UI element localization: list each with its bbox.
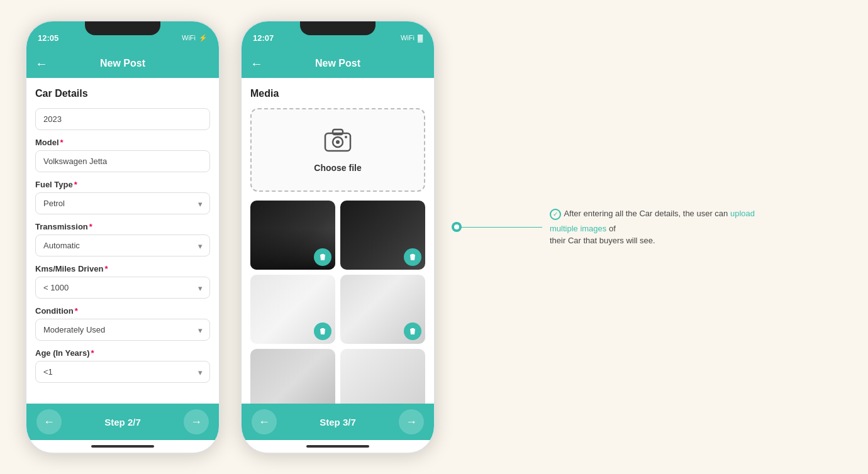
annotation-dot (453, 223, 460, 231)
age-label: Age (In Years)* (35, 348, 210, 358)
condition-select[interactable]: Moderately Used New Lightly Used Heavily… (35, 319, 210, 341)
delete-btn-3[interactable] (314, 322, 331, 340)
svg-point-2 (336, 140, 340, 144)
transmission-label: Transmission* (35, 222, 210, 231)
phone-2-content: Media Choose file (242, 78, 434, 404)
home-bar-2 (306, 445, 369, 448)
step-label-1: Step 2/7 (104, 417, 141, 427)
transmission-field: Transmission* Automatic Manual ▾ (35, 222, 210, 256)
phone-1-content: Car Details Model* Fuel Type* Petro (26, 78, 219, 404)
check-circle-icon: ✓ (550, 209, 561, 220)
age-select[interactable]: <1 1-3 3-5 5+ (35, 361, 210, 383)
section-title-2: Media (250, 88, 425, 99)
age-field: Age (In Years)* <1 1-3 3-5 5+ ▾ (35, 348, 210, 383)
notch-2 (300, 21, 376, 35)
next-button-1[interactable]: → (184, 409, 209, 434)
image-thumb-2 (340, 201, 425, 270)
section-title-1: Car Details (35, 88, 210, 99)
condition-field: Condition* Moderately Used New Lightly U… (35, 306, 210, 341)
annotation-check-row: ✓ (550, 209, 561, 220)
fuel-select[interactable]: Petrol Diesel Electric Hybrid (35, 192, 210, 214)
svg-rect-3 (333, 130, 343, 135)
fuel-label: Fuel Type* (35, 180, 210, 189)
home-bar-1 (91, 445, 154, 448)
condition-select-wrapper: Moderately Used New Lightly Used Heavily… (35, 319, 210, 341)
page-title-2: New Post (315, 58, 360, 69)
model-field: Model* (35, 138, 210, 172)
phone-2: 12:07 WiFi ▓ ← New Post Media (240, 20, 435, 454)
back-button-2[interactable]: ← (250, 57, 263, 71)
notch-1 (85, 21, 160, 35)
bottom-nav-2: ← Step 3/7 → (242, 404, 434, 440)
status-bar-1: 12:05 WiFi ⚡ (26, 21, 219, 49)
age-select-wrapper: <1 1-3 3-5 5+ ▾ (35, 361, 210, 383)
condition-label: Condition* (35, 306, 210, 316)
status-icons-1: WiFi ⚡ (182, 34, 208, 42)
upload-area[interactable]: Choose file (250, 108, 425, 192)
annotation-text-box: ✓ After entering all the Car details, th… (542, 207, 781, 247)
delete-btn-1[interactable] (314, 248, 331, 266)
camera-icon (324, 127, 352, 158)
choose-file-label: Choose file (314, 163, 361, 173)
transmission-select[interactable]: Automatic Manual (35, 234, 210, 256)
svg-point-4 (345, 136, 347, 138)
wifi-icon: WiFi (182, 34, 196, 41)
battery-icon: ⚡ (199, 34, 208, 42)
bottom-nav-1: ← Step 2/7 → (26, 404, 219, 440)
time-2: 12:07 (253, 33, 274, 43)
model-label: Model* (35, 138, 210, 147)
fuel-select-wrapper: Petrol Diesel Electric Hybrid ▾ (35, 192, 210, 214)
page-title-1: New Post (100, 58, 145, 69)
fuel-type-field: Fuel Type* Petrol Diesel Electric Hybrid… (35, 180, 210, 214)
kms-select-wrapper: < 1000 1000-5000 5000-20000 20000+ ▾ (35, 277, 210, 299)
phone-1: 12:05 WiFi ⚡ ← New Post Car Details Mode… (25, 20, 220, 454)
delete-btn-2[interactable] (404, 248, 421, 266)
prev-button-1[interactable]: ← (36, 409, 62, 434)
image-thumb-3 (250, 275, 335, 344)
year-input[interactable] (35, 108, 210, 130)
image-thumb-5 (250, 349, 335, 404)
prev-button-2[interactable]: ← (252, 409, 277, 434)
kms-select[interactable]: < 1000 1000-5000 5000-20000 20000+ (35, 277, 210, 299)
image-thumb-6 (340, 349, 425, 404)
step-label-2: Step 3/7 (320, 417, 356, 427)
status-icons-2: WiFi ▓ (401, 34, 423, 41)
transmission-select-wrapper: Automatic Manual ▾ (35, 234, 210, 256)
app-header-2: ← New Post (242, 49, 434, 78)
delete-btn-4[interactable] (404, 322, 421, 340)
annotation-line (460, 227, 542, 228)
wifi-icon-2: WiFi (401, 34, 415, 41)
kms-field: Kms/Miles Driven* < 1000 1000-5000 5000-… (35, 264, 210, 299)
model-input[interactable] (35, 150, 210, 172)
annotation: ✓ After entering all the Car details, th… (453, 207, 781, 247)
battery-icon-2: ▓ (418, 34, 423, 41)
annotation-text: After entering all the Car details, the … (550, 209, 755, 245)
model-required: * (60, 138, 64, 147)
app-header-1: ← New Post (26, 49, 219, 78)
back-button-1[interactable]: ← (35, 57, 48, 71)
image-thumb-1 (250, 201, 335, 270)
annotation-highlight: upload multiple images (550, 209, 755, 233)
kms-label: Kms/Miles Driven* (35, 264, 210, 273)
year-field (35, 108, 210, 130)
image-thumb-4 (340, 275, 425, 344)
next-button-2[interactable]: → (399, 409, 424, 434)
time-1: 12:05 (38, 33, 58, 43)
images-grid (250, 201, 425, 404)
status-bar-2: 12:07 WiFi ▓ (242, 21, 434, 49)
home-indicator-2 (242, 440, 434, 453)
home-indicator-1 (26, 440, 219, 453)
